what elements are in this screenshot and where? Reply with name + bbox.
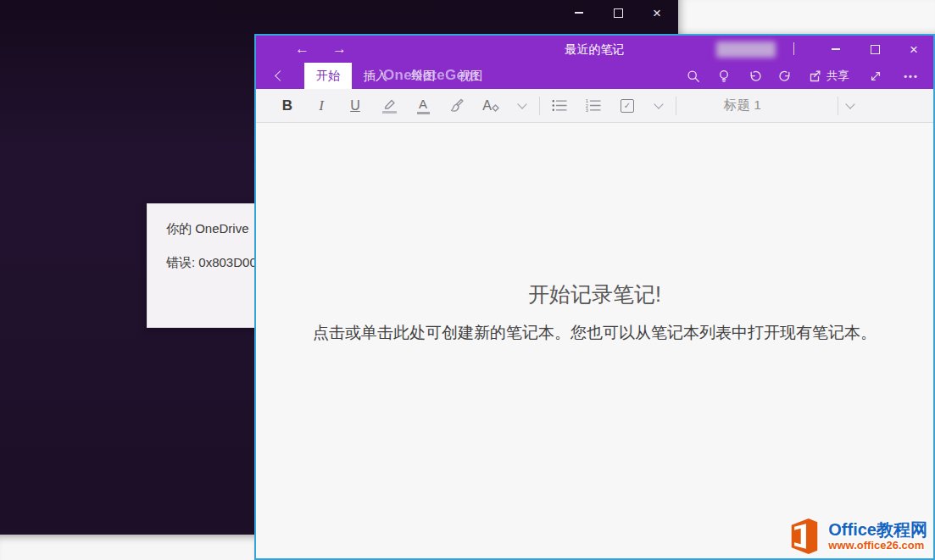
titlebar: ← → 最近的笔记 × (256, 36, 933, 63)
italic-icon: I (319, 97, 324, 114)
search-button[interactable] (678, 63, 709, 89)
undo-button[interactable] (739, 63, 770, 89)
paragraph-style-value: 标题 1 (724, 97, 835, 114)
clear-formatting-button[interactable]: A (474, 89, 508, 122)
ellipsis-icon: ••• (904, 71, 919, 81)
share-icon (808, 69, 821, 83)
underline-button[interactable]: U (338, 89, 372, 122)
share-button[interactable]: 共享 (800, 63, 857, 89)
fullscreen-button[interactable] (857, 63, 894, 89)
highlighter-button[interactable] (372, 89, 406, 122)
maximize-icon (871, 45, 880, 54)
chevron-down-icon (517, 99, 526, 108)
ribbon-tab-bar: 开始 插入 绘图 视图 OneNoteGem (256, 63, 933, 89)
window-controls: × (816, 36, 933, 63)
maximize-icon (614, 8, 623, 18)
chevron-down-icon (845, 99, 854, 108)
clear-formatting-icon: A (482, 99, 499, 112)
ribbon-tabs: 开始 插入 绘图 视图 (304, 63, 494, 89)
close-icon: × (653, 6, 661, 20)
minimize-button[interactable] (559, 2, 598, 24)
empty-state-title: 开始记录笔记! (256, 280, 933, 308)
tell-me-button[interactable] (709, 63, 739, 89)
chevron-down-icon (654, 99, 663, 108)
page-canvas[interactable]: 开始记录笔记! 点击或单击此处可创建新的笔记本。您也可以从笔记本列表中打开现有笔… (256, 123, 933, 558)
close-button[interactable]: × (637, 2, 676, 24)
format-painter-icon (449, 98, 465, 114)
numbered-list-button[interactable]: 1 2 3 (576, 89, 610, 122)
tab-view[interactable]: 视图 (447, 63, 494, 89)
lightbulb-icon (717, 69, 731, 83)
office26-watermark: Office教程网 www.office26.com (782, 515, 932, 557)
empty-state-message[interactable]: 开始记录笔记! 点击或单击此处可创建新的笔记本。您也可以从笔记本列表中打开现有笔… (256, 280, 933, 345)
background-white-area-bottom-left (0, 535, 254, 560)
search-icon (687, 69, 700, 83)
close-icon: × (910, 42, 918, 57)
empty-state-body: 点击或单击此处可创建新的笔记本。您也可以从笔记本列表中打开现有笔记本。 (298, 321, 892, 345)
share-label: 共享 (826, 69, 849, 84)
font-color-icon: A (417, 97, 430, 114)
chevron-left-icon[interactable] (275, 70, 286, 81)
numbered-list-icon: 1 2 3 (586, 99, 601, 112)
minimize-icon (575, 12, 583, 14)
close-button[interactable]: × (894, 36, 933, 63)
ribbon-actions: 共享 ••• (678, 63, 928, 89)
list-options-dropdown[interactable] (644, 89, 673, 122)
undo-icon (748, 69, 762, 83)
onenote-window: ← → 最近的笔记 × 开始 插入 绘图 视图 OneNoteGem (254, 34, 935, 560)
minimize-icon (832, 48, 840, 50)
highlighter-icon (381, 98, 397, 114)
bold-icon: B (282, 97, 292, 114)
todo-tag-button[interactable]: ✓ (610, 89, 644, 122)
tab-insert[interactable]: 插入 (352, 63, 399, 89)
redo-icon (778, 69, 793, 83)
font-color-button[interactable]: A (406, 89, 440, 122)
tab-home[interactable]: 开始 (304, 63, 352, 89)
format-painter-button[interactable] (440, 89, 474, 122)
background-window-controls: × (559, 2, 676, 24)
maximize-button[interactable] (598, 2, 637, 24)
svg-text:3: 3 (586, 108, 588, 112)
maximize-button[interactable] (855, 36, 894, 63)
more-options-button[interactable]: ••• (894, 63, 928, 89)
font-options-dropdown[interactable] (508, 89, 537, 122)
resize-diagonal-icon (869, 69, 882, 83)
toolbar-separator (539, 97, 540, 115)
office26-watermark-text: Office教程网 www.office26.com (828, 521, 927, 552)
dropdown-separator (838, 97, 838, 115)
todo-checkbox-icon: ✓ (621, 99, 634, 113)
minimize-button[interactable] (816, 36, 855, 63)
bold-button[interactable]: B (270, 89, 304, 122)
toolbar-separator (676, 97, 676, 115)
office-logo-icon (787, 517, 822, 556)
account-name-redacted (716, 42, 776, 58)
italic-button[interactable]: I (304, 89, 338, 122)
underline-icon: U (350, 98, 360, 114)
bullet-list-icon (552, 99, 567, 112)
formatting-toolbar: B I U A A (256, 89, 933, 123)
titlebar-separator (793, 42, 794, 55)
paragraph-style-dropdown[interactable]: 标题 1 (689, 89, 865, 122)
tab-draw[interactable]: 绘图 (399, 63, 447, 89)
redo-button[interactable] (770, 63, 800, 89)
bullet-list-button[interactable] (543, 89, 576, 122)
office26-url: www.office26.com (828, 539, 924, 552)
background-white-window-top-right (678, 0, 935, 34)
office26-title: Office教程网 (828, 521, 927, 539)
